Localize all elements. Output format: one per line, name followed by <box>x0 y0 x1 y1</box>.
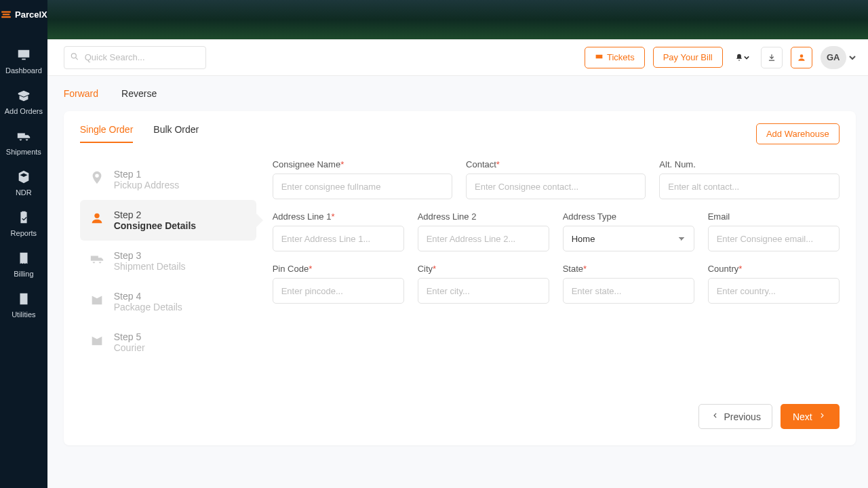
content-row: Step 1 Pickup Address Step 2 Consignee D… <box>80 151 840 429</box>
pincode-input[interactable] <box>273 278 404 304</box>
location-pin-icon <box>88 169 106 186</box>
tab-single-order[interactable]: Single Order <box>80 124 134 143</box>
card-header: Single Order Bulk Order Add Warehouse <box>80 123 840 144</box>
step-package-details[interactable]: Step 4 Package Details <box>80 281 256 322</box>
tickets-label: Tickets <box>607 52 635 62</box>
alt-num-input[interactable] <box>659 174 839 199</box>
search-icon <box>70 52 79 63</box>
address1-label: Address Line 1* <box>273 211 404 222</box>
consignee-name-label: Consignee Name* <box>273 159 452 169</box>
user-icon <box>88 209 106 227</box>
chevron-down-icon <box>849 54 856 61</box>
step-pickup-address[interactable]: Step 1 Pickup Address <box>80 159 256 200</box>
field-state: State* <box>563 264 694 304</box>
arrow-right-icon <box>818 411 827 422</box>
step-sub: Package Details <box>114 302 182 312</box>
tab-bulk-order[interactable]: Bulk Order <box>153 124 199 143</box>
add-warehouse-label: Add Warehouse <box>766 129 829 139</box>
country-input[interactable] <box>708 278 840 304</box>
country-label: Country* <box>708 264 840 274</box>
clipboard-check-icon <box>14 210 33 225</box>
chevron-down-icon <box>744 55 749 60</box>
arrow-left-icon <box>710 411 719 422</box>
main-area: Tickets Pay Your Bill GA <box>47 39 868 488</box>
address1-input[interactable] <box>273 226 404 251</box>
pincode-label: Pin Code* <box>273 264 404 274</box>
step-shipment-details[interactable]: Step 3 Shipment Details <box>80 241 256 281</box>
pay-bill-label: Pay Your Bill <box>663 52 713 62</box>
footer-nav: Previous Next <box>273 404 840 429</box>
step-sub: Consignee Details <box>114 220 196 231</box>
order-type-tabs: Single Order Bulk Order <box>80 124 199 144</box>
field-alt-num: Alt. Num. <box>659 159 839 199</box>
previous-button[interactable]: Previous <box>698 404 772 429</box>
steps-column: Step 1 Pickup Address Step 2 Consignee D… <box>80 151 256 429</box>
topbar: Tickets Pay Your Bill GA <box>47 39 868 76</box>
sidebar-item-utilities[interactable]: Utilities <box>0 285 47 325</box>
search-input[interactable] <box>64 46 206 69</box>
sidebar-nav: Dashboard Add Orders Shipments NDR Repor… <box>0 41 47 325</box>
sidebar-item-dashboard[interactable]: Dashboard <box>0 41 47 81</box>
user-button[interactable] <box>791 47 812 68</box>
tab-forward[interactable]: Forward <box>64 88 98 99</box>
top-tabs: Forward Reverse <box>64 88 856 99</box>
add-warehouse-button[interactable]: Add Warehouse <box>756 123 840 144</box>
browser-chrome-artifact <box>0 0 868 39</box>
step-title: Step 4 <box>114 291 182 302</box>
email-input[interactable] <box>708 226 840 251</box>
field-address-type: Address Type Home <box>563 211 694 251</box>
svg-line-1 <box>75 58 77 60</box>
receipt-icon <box>14 251 33 266</box>
bell-icon <box>734 53 744 62</box>
contact-input[interactable] <box>466 174 646 199</box>
sidebar-item-billing[interactable]: Billing <box>0 244 47 285</box>
sidebar-item-add-orders[interactable]: Add Orders <box>0 81 47 122</box>
step-sub: Shipment Details <box>114 261 186 272</box>
state-label: State* <box>563 264 694 274</box>
sidebar-item-ndr[interactable]: NDR <box>0 163 47 203</box>
city-input[interactable] <box>418 278 549 304</box>
tickets-button[interactable]: Tickets <box>585 47 645 68</box>
sidebar-item-label: Dashboard <box>0 66 47 75</box>
step-consignee-details[interactable]: Step 2 Consignee Details <box>80 200 256 241</box>
brand-name: ParcelX <box>15 9 47 20</box>
tab-reverse[interactable]: Reverse <box>121 88 157 99</box>
field-address-1: Address Line 1* <box>273 211 404 251</box>
sidebar-item-shipments[interactable]: Shipments <box>0 122 47 163</box>
brand-icon <box>0 8 12 20</box>
download-button[interactable] <box>761 47 783 68</box>
monitor-icon <box>14 47 33 62</box>
field-address-2: Address Line 2 <box>418 211 549 251</box>
step-title: Step 3 <box>114 250 186 261</box>
sidebar: ParcelX Dashboard Add Orders Shipments N… <box>0 0 47 488</box>
sidebar-item-label: Utilities <box>0 310 47 319</box>
address2-input[interactable] <box>418 226 549 251</box>
user-icon <box>797 53 806 62</box>
avatar: GA <box>821 46 846 69</box>
city-label: City* <box>418 264 549 274</box>
field-city: City* <box>418 264 549 304</box>
sidebar-item-reports[interactable]: Reports <box>0 203 47 244</box>
consignee-name-input[interactable] <box>273 174 452 199</box>
step-title: Step 2 <box>114 209 196 220</box>
step-title: Step 1 <box>114 169 180 180</box>
profile-menu[interactable]: GA <box>821 46 856 69</box>
step-courier[interactable]: Step 5 Courier <box>80 322 256 363</box>
svg-point-3 <box>94 214 99 218</box>
pay-bill-button[interactable]: Pay Your Bill <box>653 47 723 68</box>
calculator-icon <box>14 291 33 306</box>
svg-point-2 <box>800 54 803 58</box>
truck-icon <box>14 129 33 144</box>
next-button[interactable]: Next <box>781 404 840 429</box>
form-column: Consignee Name* Contact* Alt. Num. <box>273 151 840 429</box>
package-icon <box>88 291 106 308</box>
quick-search <box>64 46 206 69</box>
state-input[interactable] <box>563 278 694 304</box>
package-icon <box>88 331 106 349</box>
notifications-button[interactable] <box>731 47 753 68</box>
step-sub: Courier <box>114 342 145 353</box>
address-type-select[interactable]: Home <box>563 226 694 251</box>
alt-num-label: Alt. Num. <box>659 159 839 169</box>
cube-icon <box>14 169 33 184</box>
brand: ParcelX <box>0 8 47 20</box>
